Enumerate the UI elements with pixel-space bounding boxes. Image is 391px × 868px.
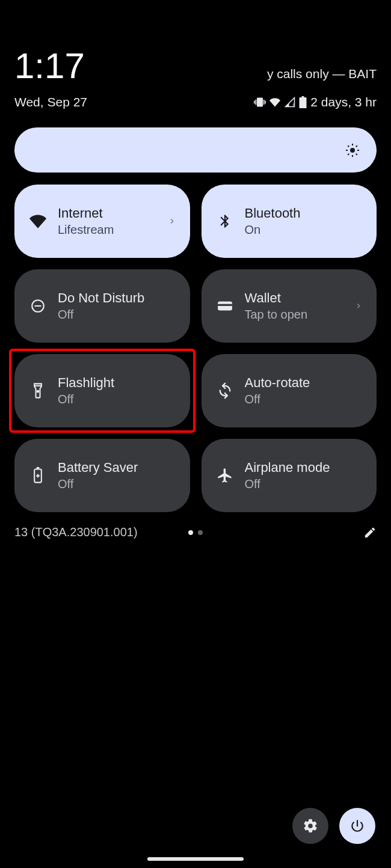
tile-airplane[interactable]: Airplane modeOff <box>202 439 377 512</box>
build-label: 13 (TQ3A.230901.001) <box>14 525 138 539</box>
chevron-right-icon <box>167 216 178 226</box>
wifi-icon <box>29 212 47 230</box>
svg-point-15 <box>37 391 39 393</box>
bluetooth-icon <box>216 212 234 230</box>
tile-subtitle: Off <box>58 391 178 407</box>
tile-title: Airplane mode <box>245 459 365 477</box>
svg-text:!: ! <box>293 102 295 108</box>
tile-wallet[interactable]: WalletTap to open <box>202 269 377 343</box>
svg-line-4 <box>348 145 349 147</box>
svg-line-5 <box>356 153 357 154</box>
tile-subtitle: Off <box>58 476 178 492</box>
edit-tiles-button[interactable] <box>363 526 377 539</box>
bottom-actions <box>292 808 375 844</box>
quick-settings-header: 1:17 y calls only — BAIT Wed, Sep 27 ! 2… <box>0 0 391 109</box>
tile-subtitle: On <box>245 222 365 237</box>
tile-subtitle: Lifestream <box>58 222 156 237</box>
battery-icon <box>29 466 47 484</box>
tile-title: Bluetooth <box>245 205 365 222</box>
tile-bluetooth[interactable]: BluetoothOn <box>202 185 377 258</box>
svg-line-8 <box>348 153 349 154</box>
power-button[interactable] <box>339 808 375 844</box>
carrier-label: y calls only — BAIT <box>267 67 377 81</box>
qs-footer: 13 (TQ3A.230901.001) <box>14 525 377 539</box>
dnd-icon <box>29 297 47 315</box>
date-label: Wed, Sep 27 <box>14 95 87 109</box>
airplane-icon <box>216 466 234 484</box>
signal-icon: ! <box>284 97 296 108</box>
settings-button[interactable] <box>292 808 328 844</box>
clock: 1:17 <box>14 48 85 84</box>
tile-title: Wallet <box>245 290 343 307</box>
tile-subtitle: Tap to open <box>245 307 343 322</box>
tile-title: Do Not Disturb <box>58 290 178 307</box>
vibrate-icon <box>254 96 266 108</box>
tile-subtitle: Off <box>245 476 365 492</box>
gesture-nav-pill[interactable] <box>147 857 244 861</box>
tile-title: Flashlight <box>58 374 178 392</box>
tile-subtitle: Off <box>245 391 365 407</box>
tile-title: Internet <box>58 205 156 222</box>
wifi-icon <box>269 97 281 108</box>
svg-rect-13 <box>218 304 232 306</box>
tile-battery[interactable]: Battery SaverOff <box>14 439 190 512</box>
tile-autorotate[interactable]: Auto-rotateOff <box>202 354 377 427</box>
quick-settings-tiles: InternetLifestreamBluetoothOnDo Not Dist… <box>0 185 391 512</box>
flashlight-icon <box>29 382 47 400</box>
status-bar-right: ! 2 days, 3 hr <box>254 95 377 109</box>
annotation-highlight: FlashlightOff <box>9 349 196 433</box>
battery-text: 2 days, 3 hr <box>310 95 377 109</box>
tile-subtitle: Off <box>58 307 178 322</box>
autorotate-icon <box>216 382 234 400</box>
svg-point-1 <box>350 148 355 153</box>
wallet-icon <box>216 297 234 315</box>
tile-dnd[interactable]: Do Not DisturbOff <box>14 269 190 343</box>
chevron-right-icon <box>354 301 365 311</box>
brightness-icon <box>345 143 360 157</box>
tile-title: Auto-rotate <box>245 374 365 392</box>
brightness-slider[interactable] <box>14 127 377 173</box>
svg-line-9 <box>356 145 357 147</box>
tile-title: Battery Saver <box>58 459 178 477</box>
tile-flashlight[interactable]: FlashlightOff <box>14 354 190 427</box>
page-indicator <box>188 530 203 535</box>
tile-internet[interactable]: InternetLifestream <box>14 185 190 258</box>
battery-icon <box>299 96 307 108</box>
